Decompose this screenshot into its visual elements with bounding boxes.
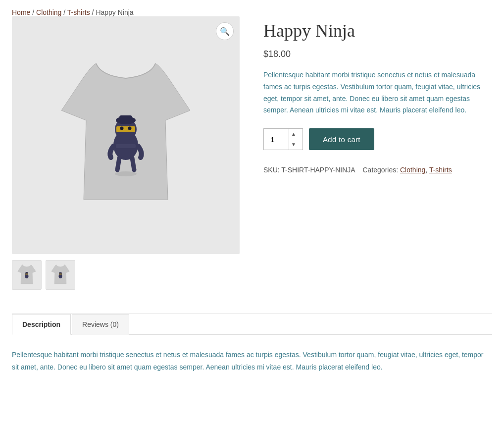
svg-point-8 [115,171,137,176]
svg-point-3 [120,127,124,130]
sku-value: T-SHIRT-HAPPY-NINJA [281,166,355,174]
breadcrumb-home[interactable]: Home [12,8,30,16]
breadcrumb: Home / Clothing / T-shirts / Happy Ninja [12,8,492,16]
zoom-icon[interactable]: 🔍 [216,22,234,40]
product-meta: SKU: T-SHIRT-HAPPY-NINJA Categories: Clo… [263,166,492,174]
thumbnail-2[interactable] [46,260,75,290]
quantity-input[interactable] [264,129,289,150]
tab-description-content: Pellentesque habitant morbi tristique se… [12,334,492,379]
quantity-down[interactable]: ▼ [289,139,298,150]
product-images: 🔍 [12,16,240,290]
category-tshirts[interactable]: T-shirts [429,166,452,174]
sku-label: SKU: [263,166,280,174]
categories-label: Categories: [362,166,398,174]
tab-reviews[interactable]: Reviews (0) [72,314,129,335]
tab-description[interactable]: Description [12,314,71,335]
tabs-section: Description Reviews (0) Pellentesque hab… [12,314,492,379]
svg-rect-11 [25,273,28,274]
svg-rect-13 [26,272,28,273]
main-image-container: 🔍 [12,16,240,254]
breadcrumb-tshirts[interactable]: T-shirts [67,8,90,16]
svg-point-17 [59,272,62,273]
svg-rect-16 [59,273,61,274]
category-clothing[interactable]: Clothing [400,166,425,174]
quantity-up[interactable]: ▲ [289,129,298,139]
quantity-input-wrap: ▲ ▼ [263,128,303,150]
thumbnail-1[interactable] [12,260,42,290]
svg-rect-7 [116,144,136,148]
product-main-image [56,51,195,219]
svg-point-4 [128,127,132,130]
product-title: Happy Ninja [263,20,492,41]
tab-list: Description Reviews (0) [12,314,492,334]
thumbnails [12,260,240,290]
product-info: Happy Ninja $18.00 Pellentesque habitant… [263,16,492,174]
product-price: $18.00 [263,49,492,59]
add-to-cart-button[interactable]: Add to cart [309,128,374,150]
breadcrumb-clothing[interactable]: Clothing [36,8,61,16]
description-body: Pellentesque habitant morbi tristique se… [12,349,492,373]
quantity-add-row: ▲ ▼ Add to cart [263,128,492,150]
quantity-spinner: ▲ ▼ [289,129,298,150]
svg-rect-6 [119,115,132,122]
breadcrumb-current: Happy Ninja [96,8,133,16]
product-description: Pellentesque habitant morbi tristique se… [263,69,492,116]
svg-rect-2 [116,126,135,132]
